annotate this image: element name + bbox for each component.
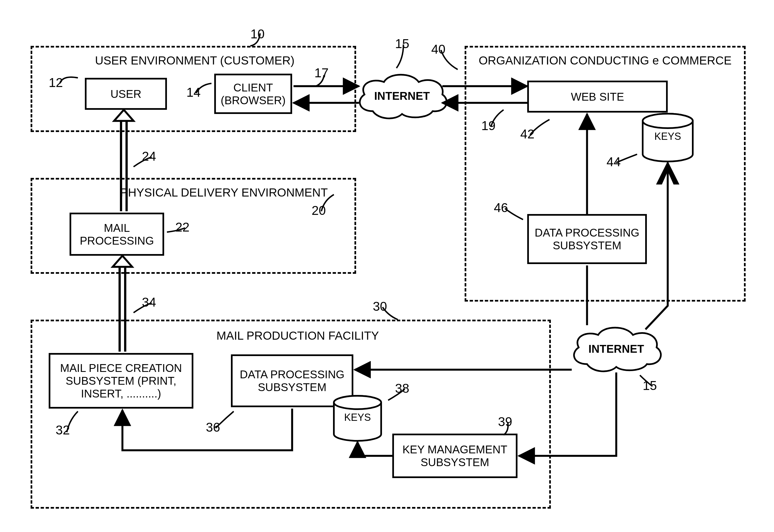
ref-20: 20	[312, 203, 326, 218]
ref-39: 39	[498, 414, 512, 429]
ref-40: 40	[431, 42, 445, 57]
box-mail-piece-creation-label: MAIL PIECE CREATION SUBSYSTEM (PRINT, IN…	[60, 362, 182, 400]
region-user-environment-title: USER ENVIRONMENT (CUSTOMER)	[89, 54, 301, 67]
box-key-mgmt-label: KEY MANAGEMENT SUBSYSTEM	[402, 443, 507, 469]
db-keys-facility-label: KEYS	[331, 412, 384, 423]
box-mail-piece-creation: MAIL PIECE CREATION SUBSYSTEM (PRINT, IN…	[49, 353, 193, 409]
region-org-ecommerce-title: ORGANIZATION CONDUCTING e COMMERCE	[478, 54, 732, 67]
db-keys-org-label: KEYS	[640, 131, 696, 142]
box-user: USER	[85, 78, 167, 110]
region-mail-production-title: MAIL PRODUCTION FACILITY	[214, 329, 381, 342]
cloud-internet-top: INTERNET	[353, 69, 451, 122]
box-client: CLIENT (BROWSER)	[214, 74, 292, 114]
box-dp-org: DATA PROCESSING SUBSYSTEM	[527, 214, 647, 264]
box-key-mgmt: KEY MANAGEMENT SUBSYSTEM	[392, 434, 517, 478]
box-dp-org-label: DATA PROCESSING SUBSYSTEM	[535, 226, 639, 252]
db-keys-org: KEYS	[640, 113, 696, 163]
cloud-internet-right: INTERNET	[567, 322, 665, 375]
ref-10: 10	[251, 26, 265, 41]
cloud-internet-top-label: INTERNET	[353, 90, 451, 102]
ref-22: 22	[175, 220, 189, 235]
box-website: WEB SITE	[527, 81, 668, 113]
ref-46: 46	[494, 200, 508, 215]
ref-42: 42	[520, 126, 534, 141]
ref-36: 36	[206, 420, 220, 435]
box-user-label: USER	[110, 88, 141, 100]
region-physical-delivery-title: PHYSICAL DELIVERY ENVIRONMENT	[120, 186, 328, 199]
box-client-label: CLIENT (BROWSER)	[221, 81, 286, 107]
ref-14: 14	[186, 85, 201, 100]
ref-44: 44	[607, 154, 621, 169]
region-mail-production	[31, 320, 551, 509]
ref-38: 38	[395, 381, 409, 396]
ref-15-right: 15	[643, 378, 657, 393]
ref-19: 19	[481, 118, 495, 133]
ref-15-top: 15	[395, 36, 409, 51]
ref-30: 30	[373, 299, 387, 314]
box-mail-processing: MAIL PROCESSING	[69, 213, 164, 256]
box-dp-facility-label: DATA PROCESSING SUBSYSTEM	[240, 368, 344, 394]
diagram-canvas: USER ENVIRONMENT (CUSTOMER) 10 USER 12 C…	[0, 0, 774, 532]
ref-17: 17	[314, 65, 329, 80]
ref-34: 34	[142, 295, 156, 310]
ref-24: 24	[142, 149, 156, 164]
cloud-internet-right-label: INTERNET	[567, 343, 665, 355]
svg-point-1	[643, 114, 693, 128]
box-mail-processing-label: MAIL PROCESSING	[80, 222, 154, 247]
ref-32: 32	[56, 422, 70, 437]
ref-12: 12	[49, 75, 63, 90]
box-website-label: WEB SITE	[571, 90, 624, 103]
db-keys-facility: KEYS	[331, 395, 384, 442]
svg-point-3	[334, 396, 381, 409]
